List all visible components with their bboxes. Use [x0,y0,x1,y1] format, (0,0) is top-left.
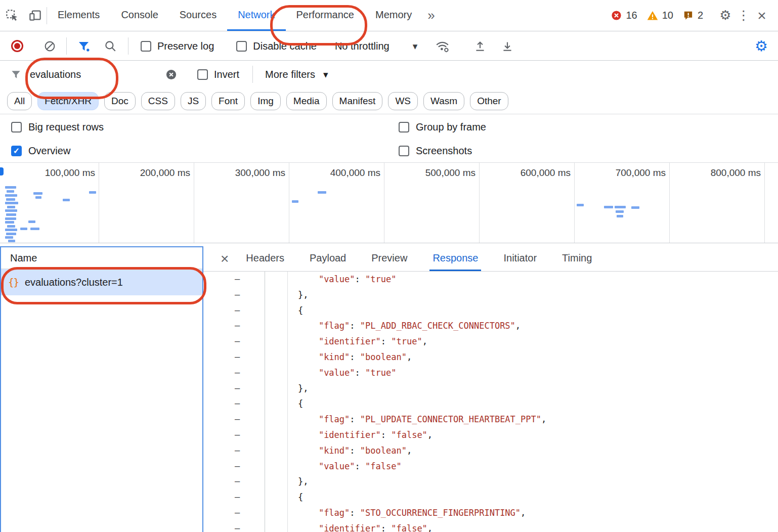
throttling-select[interactable]: No throttling [335,40,390,52]
fold-marker[interactable]: – [203,490,265,505]
tab-network[interactable]: Network [227,0,285,31]
request-list-name-header[interactable]: Name [1,247,202,269]
fold-marker[interactable]: – [203,443,265,459]
fold-marker[interactable]: – [203,396,265,412]
fold-marker[interactable]: – [203,287,265,303]
preserve-log-checkbox[interactable] [141,41,151,52]
close-detail-icon[interactable]: × [221,252,229,266]
settings-gear-icon[interactable]: ⚙ [716,5,734,27]
code-line: – "kind": "boolean", [203,349,778,365]
network-settings-gear-icon[interactable]: ⚙ [755,37,768,55]
tab-performance[interactable]: Performance [286,0,365,31]
network-activity-bar [20,228,27,230]
invert-checkbox[interactable] [197,69,208,80]
filter-input[interactable]: evaluations [30,69,165,80]
invert-label: Invert [214,69,239,80]
network-conditions-icon[interactable] [435,39,450,53]
export-har-icon[interactable] [501,39,514,53]
tab-console[interactable]: Console [110,0,168,31]
chip-all[interactable]: All [7,92,32,110]
chip-js[interactable]: JS [181,92,206,110]
fold-marker[interactable]: – [203,521,265,532]
network-overview-timeline[interactable]: 100,000 ms 200,000 ms 300,000 ms 400,000… [0,163,778,243]
chip-font[interactable]: Font [211,92,245,110]
network-activity-bar [8,240,15,242]
screenshots-checkbox[interactable] [399,146,409,156]
tab-timing[interactable]: Timing [559,246,595,271]
overview-checkbox[interactable]: ✓ [11,146,22,156]
clear-filter-icon[interactable] [165,69,177,80]
fold-marker[interactable]: – [203,349,265,365]
network-activity-bar [617,215,623,217]
tab-memory[interactable]: Memory [365,0,422,31]
tab-response[interactable]: Response [429,246,481,271]
big-request-rows-label: Big request rows [28,121,104,133]
chip-other[interactable]: Other [470,92,508,110]
search-icon[interactable] [104,39,117,53]
request-row[interactable]: {} evaluations?cluster=1 [1,269,202,295]
warning-badge[interactable]: 10 [646,10,673,22]
error-icon [611,10,622,21]
record-network-log-button[interactable] [11,43,23,49]
more-filters-caret-icon[interactable]: ▾ [323,69,328,80]
code-line: – "identifier": "false", [203,521,778,532]
response-viewer[interactable]: – "value": "true"– },– {– "flag": "PL_AD… [203,272,778,532]
timeline-window-handle[interactable] [0,167,4,175]
import-har-icon[interactable] [473,39,487,53]
more-tabs-icon[interactable]: » [422,0,439,31]
close-devtools-icon[interactable]: × [753,5,771,27]
disable-cache-checkbox[interactable] [236,41,247,52]
error-badge[interactable]: 16 [611,10,637,21]
fold-marker[interactable]: – [203,459,265,474]
kebab-menu-icon[interactable]: ⋮ [734,5,753,27]
tab-payload[interactable]: Payload [307,246,349,271]
network-activity-bar [616,210,624,213]
tab-headers[interactable]: Headers [243,246,287,271]
tab-elements[interactable]: Elements [47,0,110,31]
fold-marker[interactable]: – [203,365,265,381]
tab-sources[interactable]: Sources [169,0,227,31]
network-activity-bar [7,206,15,208]
code-line: – "value": "true" [203,365,778,381]
chip-css[interactable]: CSS [141,92,175,110]
chip-media[interactable]: Media [286,92,327,110]
device-toolbar-icon[interactable] [23,5,47,27]
request-type-filter-chips: All Fetch/XHR Doc CSS JS Font Img Media … [0,88,778,114]
fold-marker[interactable]: – [203,427,265,443]
code-line: – }, [203,474,778,490]
chip-doc[interactable]: Doc [104,92,136,110]
chip-ws[interactable]: WS [388,92,418,110]
big-request-rows-checkbox[interactable] [11,122,22,132]
network-activity-bar [6,233,16,235]
issues-badge[interactable]: 2 [682,10,703,21]
filter-icon[interactable] [77,39,91,53]
fold-marker[interactable]: – [203,412,265,427]
chip-manifest[interactable]: Manifest [332,92,383,110]
request-detail-panel: × Headers Payload Preview Response Initi… [203,246,778,532]
network-activity-bar [7,190,14,193]
tab-preview[interactable]: Preview [368,246,410,271]
fold-marker[interactable]: – [203,505,265,521]
code-line: – "value": "false" [203,459,778,474]
tab-initiator[interactable]: Initiator [500,246,540,271]
group-by-frame-checkbox[interactable] [399,122,409,132]
issues-icon [682,10,694,21]
network-activity-bar [631,206,639,209]
network-activity-bar [89,191,96,194]
inspect-element-icon[interactable] [0,5,23,27]
fold-marker[interactable]: – [203,334,265,349]
chip-wasm[interactable]: Wasm [423,92,464,110]
chip-fetch-xhr[interactable]: Fetch/XHR [37,92,99,110]
fold-marker[interactable]: – [203,303,265,319]
fold-marker[interactable]: – [203,474,265,490]
filter-row: evaluations Invert More filters ▾ [0,61,778,88]
network-activity-bar [318,191,326,194]
network-activity-bar [5,221,14,224]
more-filters-button[interactable]: More filters [265,69,315,80]
fold-marker[interactable]: – [203,272,265,287]
throttling-caret-icon[interactable]: ▾ [413,40,418,52]
chip-img[interactable]: Img [250,92,281,110]
fold-marker[interactable]: – [203,381,265,396]
clear-network-log-icon[interactable] [44,40,56,53]
fold-marker[interactable]: – [203,318,265,334]
